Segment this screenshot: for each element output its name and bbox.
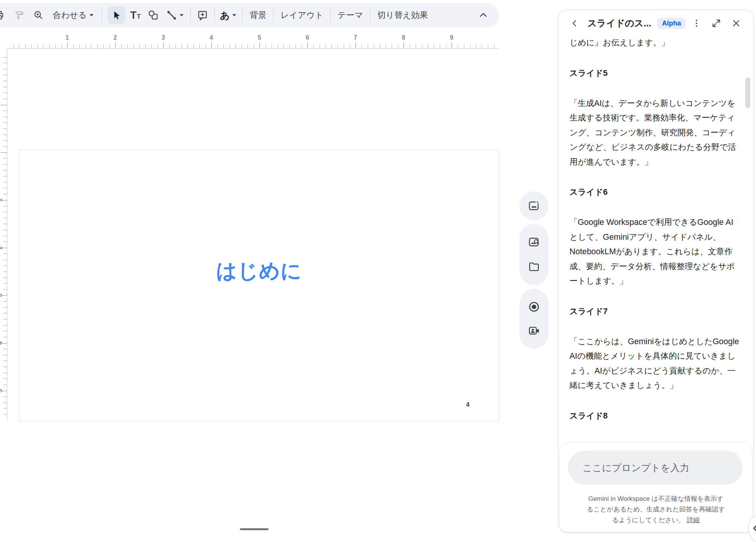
close-icon[interactable] [730,17,743,30]
ruler-number: 2 [114,34,117,41]
ruler-number: 5 [0,389,3,393]
toolbar-separator [273,8,273,22]
fab-group-record [520,289,549,349]
vertical-ruler: 12345 [0,48,7,420]
print-icon[interactable] [0,10,5,21]
text-options-button[interactable]: あ [220,9,230,22]
folder-icon[interactable] [528,260,540,273]
prompt-input[interactable] [582,462,732,474]
slide-script-paragraph: 「ここからは、GeminiをはじめとしたGoogle AIの機能とメリットを具体… [569,334,741,393]
slide-page-number[interactable]: 4 [466,401,470,408]
disclaimer-text: Gemini in Workspace は不正確な情報を表示することがあるため、… [587,495,725,524]
line-tool-icon[interactable] [166,10,177,21]
learn-more-link[interactable]: 詳細 [687,516,700,524]
ruler-number: 4 [0,342,3,345]
gemini-disclaimer: Gemini in Workspace は不正確な情報を表示することがあるため、… [560,494,752,526]
slide-script-heading: スライド5 [569,68,741,79]
select-tool-button[interactable] [108,6,125,24]
ruler-number: 1 [0,199,3,202]
fit-zoom-dropdown[interactable]: 合わせる [53,10,87,21]
panel-header: スライドのス... Alpha [558,10,753,37]
slide-script-paragraph: 「生成AIは、データから新しいコンテンツを生成する技術です。業務効率化、マーケテ… [569,96,741,170]
zoom-icon[interactable] [33,10,44,21]
ruler-number: 8 [402,34,405,41]
toolbar-separator [190,8,191,22]
slide-title-text[interactable]: はじめに [19,257,499,285]
chevron-down-icon[interactable] [232,14,236,16]
gemini-side-panel: スライドのス... Alpha じめに』お伝えします。」スライド5「生成AIは、… [558,10,754,533]
ruler-number: 1 [66,34,69,41]
shape-tool-icon[interactable] [148,10,159,21]
slide-script-heading: スライド6 [569,187,741,197]
toolbar-separator [330,8,331,22]
back-icon[interactable] [568,17,581,30]
toolbar-separator [242,8,243,22]
ruler-number: 6 [306,34,309,41]
search-image-icon[interactable] [528,236,540,249]
ruler-number: 4 [210,34,213,41]
collapse-toolbar-icon[interactable] [478,10,489,21]
insert-comment-icon[interactable] [197,10,208,21]
theme-button[interactable]: テーマ [338,10,363,21]
toolbar-separator [370,8,370,22]
panel-title: スライドのス... [587,17,651,29]
alpha-badge: Alpha [657,18,685,29]
generate-image-icon[interactable] [528,199,540,212]
toolbar-separator [102,8,102,22]
chevron-down-icon[interactable] [180,14,183,16]
ruler-number: 3 [0,294,3,297]
fab-group-generate [520,191,549,220]
slide-script-paragraph: じめに』お伝えします。」 [569,35,741,50]
ruler-number: 7 [354,34,357,41]
slide-script-list: じめに』お伝えします。」スライド5「生成AIは、データから新しいコンテンツを生成… [569,35,741,453]
ruler-number: 2 [0,246,3,250]
prompt-input-pill[interactable] [568,451,743,485]
ruler-number: 9 [450,34,454,41]
slide-script-paragraph: 「Google Workspaceで利用できるGoogle AIとして、Gemi… [569,215,741,289]
slide-script-heading: スライド8 [569,411,741,421]
google-slides-app: 合わせる TT あ 背景 レイアウト [0,0,756,542]
expand-icon[interactable] [710,17,723,30]
ruler-number: 3 [162,34,165,41]
paint-format-icon[interactable] [14,10,25,21]
more-options-icon[interactable] [690,17,703,30]
slide-script-heading: スライド7 [569,306,741,317]
toolbar-separator [214,8,215,22]
camera-person-icon[interactable] [528,324,540,337]
panel-scrollbar[interactable] [745,77,750,108]
main-toolbar: 合わせる TT あ 背景 レイアウト [0,3,499,27]
chevron-down-icon[interactable] [90,14,93,16]
prompt-card: Gemini in Workspace は不正確な情報を表示することがあるため、… [559,442,753,532]
fab-group-media [520,224,549,285]
filmstrip-handle[interactable] [240,528,269,530]
text-box-button[interactable]: TT [130,10,141,21]
slide-canvas[interactable]: はじめに 4 [19,149,499,421]
background-button[interactable]: 背景 [249,10,266,21]
ruler-number: 5 [258,34,261,41]
transition-button[interactable]: 切り替え効果 [377,10,428,21]
record-icon[interactable] [528,300,540,313]
layout-button[interactable]: レイアウト [280,10,323,21]
double-chevron-left-icon [751,523,756,534]
horizontal-ruler: 123456789 [6,35,499,49]
